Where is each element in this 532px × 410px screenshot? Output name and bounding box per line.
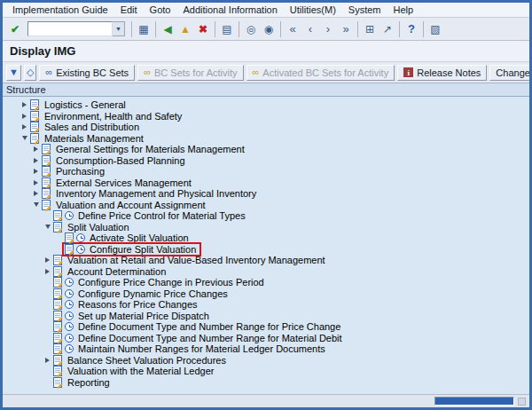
tree-row[interactable]: Configure Price Change in Previous Perio… <box>3 277 529 288</box>
expand-arrow-icon[interactable] <box>19 124 30 130</box>
bc-sets-for-activity-button[interactable]: ∞ BC Sets for Activity <box>137 65 243 81</box>
img-documentation-icon[interactable] <box>53 377 62 388</box>
tree-row[interactable]: Valuation and Account Assignment <box>3 200 529 211</box>
tree-row[interactable]: Define Document Type and Number Range fo… <box>3 321 529 333</box>
change-log-button[interactable]: Change Log <box>489 65 532 81</box>
img-activity-icon[interactable] <box>65 344 74 353</box>
menu-implementation-guide[interactable]: Implementation Guide <box>6 4 114 16</box>
img-documentation-icon[interactable] <box>53 299 62 310</box>
img-documentation-icon[interactable] <box>65 233 74 243</box>
last-page-icon[interactable]: » <box>337 20 355 38</box>
tree-row[interactable]: Environment, Health and Safety <box>3 111 529 122</box>
tree-item-label[interactable]: Reporting <box>66 377 111 388</box>
next-page-icon[interactable]: › <box>319 20 337 38</box>
help-icon[interactable]: ? <box>403 20 420 38</box>
img-documentation-icon[interactable] <box>42 155 51 166</box>
tree-item-label[interactable]: Sales and Distribution <box>43 122 140 132</box>
first-page-icon[interactable]: « <box>284 20 301 38</box>
tree-item-label[interactable]: Valuation and Account Assignment <box>55 200 207 210</box>
tree-row[interactable]: Configure Dynamic Price Changes <box>3 288 529 300</box>
tree-item-label[interactable]: Define Price Control for Material Types <box>77 210 246 221</box>
tree-row[interactable]: Valuation at Retail and Value-Based Inve… <box>3 255 529 266</box>
img-documentation-icon[interactable] <box>53 355 62 366</box>
tree-row[interactable]: Purchasing <box>3 166 529 177</box>
find-next-icon[interactable]: ◉ <box>260 20 278 38</box>
img-documentation-icon[interactable] <box>53 311 62 321</box>
tree-item-label[interactable]: Valuation with the Material Ledger <box>66 366 215 376</box>
command-input[interactable] <box>27 21 113 36</box>
menu-utilities[interactable]: Utilities(M) <box>284 4 342 16</box>
tree-item-label[interactable]: Configure Dynamic Price Changes <box>77 288 229 299</box>
tree-item-label[interactable]: Account Determination <box>66 266 167 277</box>
tree-item-label[interactable]: Balance Sheet Valuation Procedures <box>66 355 227 366</box>
tree-item-label[interactable]: Valuation at Retail and Value-Based Inve… <box>66 255 326 265</box>
back-icon[interactable]: ◀ <box>159 20 176 38</box>
tree-item-label[interactable]: External Services Management <box>55 177 192 188</box>
img-documentation-icon[interactable] <box>53 366 62 376</box>
tree-item-label[interactable]: Split Valuation <box>66 222 130 233</box>
tree-item-label[interactable]: Define Document Type and Number Range fo… <box>77 333 343 343</box>
img-documentation-icon[interactable] <box>53 210 62 221</box>
img-documentation-icon[interactable] <box>30 99 39 110</box>
tree-item-label[interactable]: Maintain Number Ranges for Material Ledg… <box>77 343 326 354</box>
img-documentation-icon[interactable] <box>53 266 62 277</box>
img-activity-icon[interactable] <box>65 300 74 309</box>
tree-row[interactable]: Maintain Number Ranges for Material Ledg… <box>3 343 529 355</box>
expand-arrow-icon[interactable] <box>30 158 42 163</box>
tree-row[interactable]: Logistics - General <box>3 99 529 111</box>
tree-row[interactable]: Materials Management <box>3 133 529 145</box>
new-session-icon[interactable]: ⊞ <box>361 20 379 38</box>
tree-item-label[interactable]: Set up Material Price Dispatch <box>77 311 210 321</box>
tree-row[interactable]: Reasons for Price Changes <box>3 299 529 311</box>
tree-row[interactable]: Account Determination <box>3 266 529 278</box>
activated-bc-sets-button[interactable]: ∞ Activated BC Sets for Activity <box>246 65 395 81</box>
tree-item-label[interactable]: General Settings for Materials Managemen… <box>55 144 246 154</box>
tree-row[interactable]: Set up Material Price Dispatch <box>3 311 529 322</box>
img-activity-icon[interactable] <box>76 245 85 254</box>
img-documentation-icon[interactable] <box>42 200 51 210</box>
create-shortcut-icon[interactable]: ↗ <box>379 20 396 38</box>
expand-arrow-icon[interactable] <box>30 169 42 174</box>
expand-arrow-icon[interactable] <box>30 191 42 196</box>
img-documentation-icon[interactable] <box>53 321 62 332</box>
tree-item-label[interactable]: Logistics - General <box>43 99 127 110</box>
enter-icon[interactable]: ✔ <box>6 20 24 38</box>
menu-additional-information[interactable]: Additional Information <box>176 4 283 16</box>
img-documentation-icon[interactable] <box>53 255 62 265</box>
tree-row[interactable]: General Settings for Materials Managemen… <box>3 144 529 155</box>
tree-row[interactable]: Valuation with the Material Ledger <box>3 366 529 377</box>
tree-row[interactable]: Configure Split Valuation <box>3 244 529 256</box>
img-activity-icon[interactable] <box>76 233 85 242</box>
tree-row[interactable]: Inventory Management and Physical Invent… <box>3 188 529 200</box>
img-activity-icon[interactable] <box>65 311 74 320</box>
img-activity-icon[interactable] <box>65 289 74 298</box>
tree-row[interactable]: Define Document Type and Number Range fo… <box>3 333 529 344</box>
find-button[interactable]: ◇ <box>24 65 36 81</box>
menu-system[interactable]: System <box>342 4 387 16</box>
exit-icon[interactable]: ▲ <box>176 20 194 38</box>
expand-arrow-icon[interactable] <box>42 269 53 274</box>
img-documentation-icon[interactable] <box>42 166 51 177</box>
expand-arrow-icon[interactable] <box>19 114 30 119</box>
tree-row[interactable]: Balance Sheet Valuation Procedures <box>3 355 529 367</box>
release-notes-button[interactable]: i Release Notes <box>397 65 487 81</box>
tree-row[interactable]: External Services Management <box>3 177 529 189</box>
tree-row[interactable]: Define Price Control for Material Types <box>3 210 529 222</box>
img-documentation-icon[interactable] <box>53 277 62 288</box>
tree-item-label[interactable]: Inventory Management and Physical Invent… <box>55 188 257 199</box>
tree-item-label[interactable]: Configure Price Change in Previous Perio… <box>77 277 265 288</box>
tree-item-label[interactable]: Materials Management <box>43 133 145 144</box>
img-activity-icon[interactable] <box>65 211 74 220</box>
tree-item-label[interactable]: Purchasing <box>55 166 106 177</box>
img-documentation-icon[interactable] <box>30 111 39 122</box>
tree-row[interactable]: Consumption-Based Planning <box>3 155 529 167</box>
tree-item-label[interactable]: Environment, Health and Safety <box>43 111 183 122</box>
find-icon[interactable]: ◎ <box>242 20 260 38</box>
tree-row[interactable]: Activate Split Valuation <box>3 233 529 244</box>
img-documentation-icon[interactable] <box>30 122 39 132</box>
img-documentation-icon[interactable] <box>42 188 51 199</box>
customize-layout-icon[interactable]: ▧ <box>426 20 444 38</box>
expand-arrow-icon[interactable] <box>30 180 42 185</box>
img-documentation-icon[interactable] <box>30 133 39 144</box>
menu-help[interactable]: Help <box>387 4 420 16</box>
